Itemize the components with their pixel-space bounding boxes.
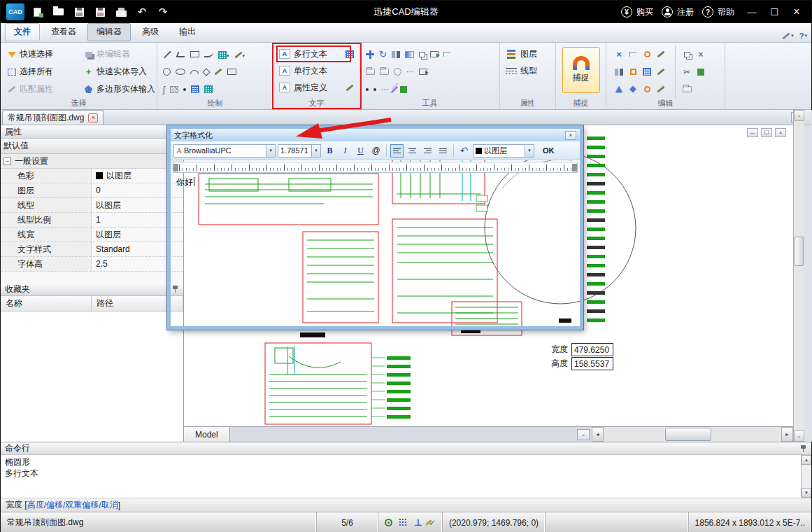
dialog-undo-icon[interactable]: ↶: [457, 144, 471, 158]
ortho-toggle-icon[interactable]: ⊥: [414, 517, 422, 528]
italic-button[interactable]: I: [339, 144, 352, 158]
circle-icon[interactable]: [163, 68, 171, 76]
ok-button[interactable]: OK: [538, 144, 560, 158]
justify-button[interactable]: [436, 144, 450, 158]
hscroll-thumb[interactable]: [665, 428, 711, 441]
buy-button[interactable]: 购买: [636, 6, 653, 18]
underline-button[interactable]: U: [354, 144, 367, 158]
property-row-color[interactable]: 色彩 以图层: [1, 169, 183, 183]
font-dropdown-icon[interactable]: ▾: [266, 145, 275, 157]
text-edit-area[interactable]: 你好: [171, 173, 580, 326]
snap-toggle-icon[interactable]: ✓: [429, 518, 436, 528]
wand-icon[interactable]: [391, 86, 398, 93]
circle-edit-icon[interactable]: [644, 86, 650, 92]
rotate-icon[interactable]: ↻: [379, 50, 387, 59]
model-tab[interactable]: Model: [184, 427, 230, 442]
scroll-left-icon[interactable]: ◄: [592, 427, 604, 442]
copy-icon[interactable]: [419, 52, 425, 57]
offset-more-icon[interactable]: ⋯: [406, 67, 414, 76]
polygon-entity-input-button[interactable]: 多边形实体输入: [83, 80, 155, 98]
open-file-icon[interactable]: [51, 5, 65, 19]
help-dropdown-icon[interactable]: ?▾: [799, 31, 807, 40]
save-icon[interactable]: [72, 5, 86, 19]
command-history[interactable]: 椭圆形 多行文本: [1, 455, 801, 498]
chamfer-icon[interactable]: [443, 52, 450, 57]
square-edit-icon[interactable]: [630, 69, 636, 75]
collapse-icon[interactable]: −: [3, 158, 11, 165]
vertical-scrollbar[interactable]: ⌄ ⌄: [793, 110, 804, 442]
align-center-button[interactable]: [406, 144, 419, 158]
paste-icon[interactable]: [697, 69, 704, 76]
scroll-up-icon[interactable]: ⌄: [794, 110, 804, 121]
mirror-icon[interactable]: [392, 51, 400, 58]
arc-icon[interactable]: [190, 70, 199, 74]
scroll-right-icon[interactable]: ►: [781, 427, 793, 442]
table-icon[interactable]: [204, 85, 213, 93]
align-left-button[interactable]: [390, 144, 404, 158]
property-row-lineweight[interactable]: 线宽 以图层: [1, 227, 183, 242]
horizontal-scrollbar[interactable]: ◄ ►: [592, 427, 793, 442]
scale-icon[interactable]: [394, 68, 401, 76]
delete-icon[interactable]: ×: [616, 49, 622, 59]
quick-entity-import-button[interactable]: +快速实体导入: [83, 63, 155, 80]
cmd-scroll-up-icon[interactable]: ▲: [802, 455, 811, 465]
layout-dropdown-icon[interactable]: ⌄: [577, 429, 590, 440]
minimize-button[interactable]: —: [743, 5, 761, 19]
attribute-edit-icon[interactable]: [346, 84, 353, 91]
property-row-textheight[interactable]: 字体高 2.5: [1, 257, 183, 272]
default-value-selector[interactable]: 默认值 ▼: [1, 139, 183, 154]
stretch-icon[interactable]: [419, 69, 427, 75]
property-row-linetype[interactable]: 线型 以图层: [1, 198, 183, 213]
prompt-option-cancel[interactable]: 取消: [101, 499, 118, 511]
save-as-icon[interactable]: [93, 5, 107, 19]
property-row-ltscale[interactable]: 线型比例 1: [1, 213, 183, 227]
bold-button[interactable]: B: [323, 144, 336, 158]
modify-pencil-icon[interactable]: [657, 68, 664, 75]
size-dropdown-icon[interactable]: ▾: [311, 145, 320, 157]
scroll-down-icon[interactable]: ⌄: [794, 430, 804, 442]
hatch-icon[interactable]: [170, 86, 178, 93]
mtext-button[interactable]: A 多行文本: [279, 46, 354, 62]
rectangle-icon[interactable]: [190, 51, 199, 57]
text-columns-icon[interactable]: [346, 50, 354, 58]
text-ruler[interactable]: [173, 162, 578, 173]
duplicate-icon[interactable]: [684, 52, 690, 57]
tab-editor[interactable]: 编辑器: [87, 23, 131, 41]
favorites-list[interactable]: [1, 312, 183, 442]
gradient-icon[interactable]: [405, 51, 414, 58]
font-select[interactable]: A BrowalliaUPC ▾: [173, 144, 276, 158]
layer-button[interactable]: 图层: [506, 46, 550, 62]
new-file-icon[interactable]: [30, 5, 44, 19]
array-edit-icon[interactable]: [643, 68, 651, 76]
folder-icon[interactable]: [366, 69, 375, 75]
doc-minimize-icon[interactable]: —: [747, 128, 758, 137]
command-scrollbar[interactable]: ▲ ▼: [801, 455, 811, 498]
help-button[interactable]: 帮助: [718, 6, 734, 18]
insert-image-icon[interactable]: ▾: [218, 50, 229, 59]
draw-more-icon[interactable]: ▾: [234, 50, 245, 59]
more-tools-icon[interactable]: ⋯: [381, 85, 389, 94]
tab-advanced[interactable]: 高级: [133, 23, 168, 41]
trim-icon[interactable]: [629, 52, 636, 57]
property-row-textstyle[interactable]: 文字样式 Standard: [1, 242, 183, 257]
single-line-text-button[interactable]: A 单行文本: [279, 62, 354, 79]
select-all-button[interactable]: 选择所有: [6, 63, 79, 80]
tab-close-icon[interactable]: ×: [88, 113, 98, 122]
symbol-button[interactable]: @: [369, 144, 383, 158]
draw-edit-pencil-icon[interactable]: [657, 85, 664, 92]
ruler-left-handle[interactable]: [173, 164, 178, 172]
doc-close-icon[interactable]: ×: [775, 128, 786, 137]
close-button[interactable]: ×: [788, 5, 806, 19]
match-properties-button[interactable]: 匹配属性: [6, 80, 79, 98]
sketch-icon[interactable]: [214, 68, 222, 75]
linetype-button[interactable]: 线型: [506, 62, 550, 79]
region-icon[interactable]: [227, 69, 236, 75]
dialog-close-icon[interactable]: ×: [565, 131, 576, 140]
array-icon[interactable]: [191, 85, 199, 93]
block-save-icon[interactable]: [683, 86, 692, 92]
rotated-rect-icon[interactable]: [202, 68, 210, 76]
command-pin-icon[interactable]: [799, 444, 807, 453]
flip-icon[interactable]: [615, 69, 623, 76]
quick-select-button[interactable]: 快速选择: [6, 46, 79, 63]
font-size-select[interactable]: 1.78571 ▾: [278, 144, 321, 158]
